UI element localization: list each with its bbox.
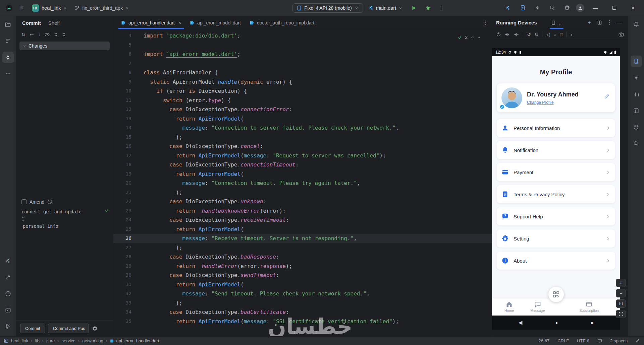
android-overview-icon[interactable]: ■ — [591, 320, 593, 325]
android-home-icon[interactable]: ○ — [553, 32, 556, 37]
settings-gear-icon[interactable] — [561, 2, 573, 14]
android-back-icon[interactable]: ◁ — [546, 32, 550, 37]
code-line[interactable]: 13 return ApiErrorModel( — [113, 114, 492, 124]
menu-item-setting[interactable]: Setting — [497, 229, 615, 248]
code-line[interactable]: 4import 'package:dio/dio.dart'; — [113, 31, 492, 41]
edit-profile-icon[interactable] — [604, 93, 610, 99]
tab-commit[interactable]: Commit — [22, 20, 41, 26]
crumb-service[interactable]: service — [62, 338, 75, 343]
device-mirror-icon[interactable] — [517, 2, 528, 14]
rotate-right-icon[interactable]: ↻ — [535, 32, 539, 37]
change-profile-link[interactable]: Change Profile — [527, 100, 553, 105]
menu-item-payment[interactable]: Payment — [497, 163, 615, 181]
code-line[interactable]: 21 ); — [113, 188, 492, 197]
maximize-button[interactable] — [606, 2, 622, 14]
volume-up-icon[interactable] — [505, 32, 510, 37]
volume-down-icon[interactable] — [514, 32, 519, 37]
nav-message[interactable]: Message — [526, 301, 549, 313]
dart-analysis-tool-icon[interactable] — [2, 255, 14, 267]
notifications-bell-icon[interactable] — [631, 19, 642, 30]
zoom-ratio-button[interactable]: 1:1 — [616, 299, 626, 308]
code-line[interactable]: 33 ); — [113, 298, 492, 308]
code-line[interactable]: 23 return _handleUnknownError(error); — [113, 206, 492, 216]
collapse-all-icon[interactable] — [62, 32, 66, 37]
commit-and-push-button[interactable]: Commit and Pus — [48, 324, 89, 333]
logcat-tool-icon[interactable] — [631, 138, 642, 149]
add-device-icon[interactable]: + — [585, 18, 594, 27]
code-line[interactable]: 30 case DioExceptionType.sendTimeout: — [113, 271, 492, 280]
android-overview-icon[interactable]: □ — [560, 32, 563, 37]
run-configuration-selector[interactable]: main.dart — [366, 4, 406, 12]
structure-tool-icon[interactable] — [2, 35, 14, 47]
problems-tool-icon[interactable] — [2, 288, 14, 299]
terminal-tool-icon[interactable] — [2, 304, 14, 316]
code-line[interactable]: 12 case DioExceptionType.connectionError… — [113, 105, 492, 114]
more-toolbar-icon[interactable]: › — [571, 32, 572, 37]
tab-api-error-handler[interactable]: api_error_handler.dart × — [117, 16, 185, 29]
menu-item-notification[interactable]: Notification — [497, 141, 615, 159]
target-device-selector[interactable]: Pixel 4 API 28 (mobile) — [292, 3, 363, 13]
file-encoding[interactable]: UTF-8 — [577, 338, 589, 343]
nav-subscription[interactable]: Subscription — [577, 301, 601, 313]
write-access-icon[interactable] — [636, 339, 640, 343]
search-everywhere-icon[interactable] — [546, 2, 558, 14]
code-line[interactable]: 31 return ApiErrorModel( — [113, 280, 492, 289]
vcs-branch-selector[interactable]: fix_erorr_third_apk — [71, 4, 132, 12]
commit-button[interactable]: Commit — [20, 324, 45, 333]
code-line[interactable]: 22 case DioExceptionType.unknown: — [113, 197, 492, 206]
more-actions-icon[interactable]: ⋮ — [436, 2, 448, 14]
code-line[interactable]: 16 case DioExceptionType.cancel: — [113, 142, 492, 151]
code-line[interactable]: 7 — [113, 59, 492, 68]
code-line[interactable]: 28 case DioExceptionType.badResponse: — [113, 252, 492, 262]
code-line[interactable]: 15 ); — [113, 133, 492, 142]
flutter-inspector-icon[interactable] — [502, 2, 514, 14]
code-line[interactable]: 32 message: "Send timeout. Please check … — [113, 289, 492, 298]
menu-item-terms-privacy[interactable]: Terms & Privacy Policy — [497, 185, 615, 203]
indent-setting[interactable]: 2 spaces — [610, 338, 628, 343]
code-line[interactable]: 35 return ApiErrorModel(message: "SSL ce… — [113, 317, 492, 326]
tab-doctor-auth-repo-impl[interactable]: doctor_auth_repo_impl.dart — [245, 16, 319, 29]
project-selector[interactable]: HL heal_link — [29, 3, 70, 13]
code-line[interactable]: 11 switch (error.type) { — [113, 96, 492, 105]
commit-tool-icon[interactable] — [2, 52, 14, 63]
code-line[interactable]: 18 case DioExceptionType.connectionTimeo… — [113, 160, 492, 169]
menu-item-support-help[interactable]: ? Support Help — [497, 207, 615, 225]
gemini-sparkle-icon[interactable] — [631, 72, 642, 83]
project-tool-icon[interactable] — [2, 19, 14, 30]
crumb-file-name[interactable]: api_error_handler.dart — [116, 338, 159, 343]
profiler-tool-icon[interactable] — [631, 88, 642, 100]
code-line[interactable]: 34 case DioExceptionType.badCertificate: — [113, 307, 492, 317]
qr-scan-fab[interactable] — [548, 287, 564, 302]
code-line[interactable]: 19 return ApiErrorModel( — [113, 169, 492, 179]
fit-screen-button[interactable] — [616, 310, 626, 318]
split-window-icon[interactable] — [595, 18, 604, 27]
running-devices-tool-icon[interactable] — [631, 56, 642, 67]
crumb-project[interactable]: heal_link — [11, 338, 28, 343]
menu-item-about[interactable]: About — [497, 252, 615, 270]
code-line[interactable]: 27 ); — [113, 243, 492, 253]
screenshot-icon[interactable] — [619, 32, 624, 37]
device-explorer-tool-icon[interactable] — [631, 121, 642, 133]
commit-history-icon[interactable] — [47, 199, 52, 204]
panel-options-icon[interactable]: ⋮ — [605, 18, 614, 27]
crumb-core[interactable]: core — [46, 338, 55, 343]
main-menu-icon[interactable]: ≡ — [16, 2, 28, 14]
crumb-networking[interactable]: networking — [82, 338, 103, 343]
run-button[interactable] — [408, 2, 420, 14]
zoom-in-button[interactable]: + — [616, 279, 626, 287]
build-tool-icon[interactable] — [2, 272, 14, 283]
power-button-icon[interactable] — [496, 32, 501, 37]
crumb-lib[interactable]: lib — [35, 338, 40, 343]
menu-item-personal-information[interactable]: Personal Information — [497, 119, 615, 137]
phone-mirror[interactable]: 12:34 My Profile — [492, 48, 620, 330]
code-line[interactable]: 8class ApiErrorHandler { — [113, 68, 492, 77]
lightning-icon[interactable] — [532, 2, 543, 14]
device-tab[interactable]: … — [549, 16, 564, 29]
changes-group-row[interactable]: Changes — [19, 42, 110, 50]
tab-api-erorr-model[interactable]: api_erorr_model.dart — [185, 16, 245, 29]
screen-share-icon[interactable] — [597, 339, 602, 343]
code-line[interactable]: 6import 'api_erorr_model.dart'; — [113, 50, 492, 59]
profile-card[interactable]: Dr. Yousry Ahmed Change Profile — [497, 83, 615, 112]
code-line[interactable]: 9 static ApiErrorModel handle(dynamic er… — [113, 77, 492, 87]
commit-message-input[interactable]: connect get and update personal info — [16, 206, 113, 233]
